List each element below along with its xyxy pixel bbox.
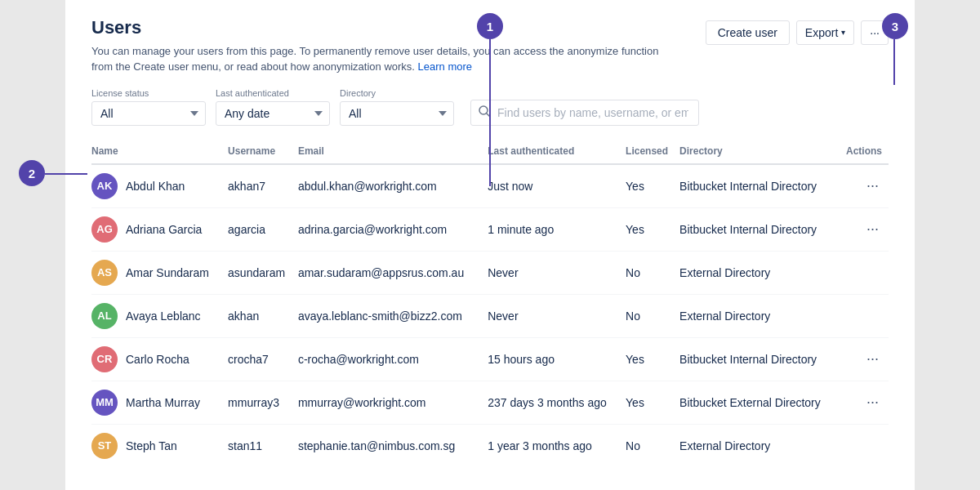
directory-label: Directory [340, 88, 454, 98]
cell-directory-5: Bitbucket External Directory [679, 381, 842, 424]
row-more-button-4[interactable]: ··· [863, 349, 882, 369]
cell-username-5: mmurray3 [228, 381, 298, 424]
more-icon: ··· [870, 26, 880, 39]
table-row: AL Avaya Leblanc akhan avaya.leblanc-smi… [91, 294, 889, 337]
user-name-1: Adriana Garcia [126, 223, 202, 236]
cell-licensed-0: Yes [626, 164, 679, 208]
col-directory: Directory [679, 139, 842, 164]
cell-actions-6 [842, 424, 889, 467]
annotation-2-line [45, 173, 87, 175]
cell-directory-4: Bitbucket Internal Directory [679, 337, 842, 381]
col-name: Name [91, 139, 228, 164]
last-authenticated-filter: Last authenticated Any date Last 7 days … [216, 88, 330, 126]
cell-directory-3: External Directory [679, 294, 842, 337]
table-row: AS Amar Sundaram asundaram amar.sudaram@… [91, 251, 889, 294]
cell-last-auth-3: Never [488, 294, 626, 337]
cell-email-6: stephanie.tan@nimbus.com.sg [298, 424, 488, 467]
table-row: CR Carlo Rocha crocha7 c-rocha@workright… [91, 337, 889, 381]
row-more-button-5[interactable]: ··· [863, 392, 882, 412]
cell-last-auth-1: 1 minute ago [488, 207, 626, 251]
cell-name-5: MM Martha Murray [91, 381, 228, 424]
avatar-2: AS [91, 260, 118, 286]
header-actions: Create user Export ▾ ··· [706, 20, 889, 45]
title-description: Users You can manage your users from thi… [91, 17, 663, 75]
page-title: Users [91, 17, 663, 38]
cell-username-0: akhan7 [228, 164, 298, 208]
cell-name-1: AG Adriana Garcia [91, 207, 228, 251]
cell-actions-0: ··· [842, 164, 889, 208]
cell-actions-3 [842, 294, 889, 337]
directory-select[interactable]: All Bitbucket Internal Directory Bitbuck… [340, 101, 454, 126]
license-status-label: License status [91, 88, 206, 98]
user-name-6: Steph Tan [126, 439, 177, 452]
learn-more-link[interactable]: Learn more [418, 60, 472, 73]
export-button[interactable]: Export ▾ [796, 20, 854, 45]
row-more-button-1[interactable]: ··· [863, 219, 882, 239]
cell-last-auth-6: 1 year 3 months ago [488, 424, 626, 467]
cell-email-2: amar.sudaram@appsrus.com.au [298, 251, 488, 294]
avatar-4: CR [91, 346, 118, 372]
cell-licensed-5: Yes [626, 381, 679, 424]
annotation-3: 3 [882, 13, 908, 39]
avatar-5: MM [91, 390, 118, 416]
cell-last-auth-5: 237 days 3 months ago [488, 381, 626, 424]
annotation-3-line [893, 39, 895, 85]
license-status-select[interactable]: All Licensed Unlicensed [91, 101, 206, 126]
license-status-filter: License status All Licensed Unlicensed [91, 88, 206, 126]
cell-username-2: asundaram [228, 251, 298, 294]
page-description: You can manage your users from this page… [91, 43, 663, 75]
cell-email-4: c-rocha@workright.com [298, 337, 488, 381]
cell-last-auth-2: Never [488, 251, 626, 294]
cell-email-5: mmurray@workright.com [298, 381, 488, 424]
cell-licensed-6: No [626, 424, 679, 467]
cell-email-3: avaya.leblanc-smith@bizz2.com [298, 294, 488, 337]
cell-name-2: AS Amar Sundaram [91, 251, 228, 294]
cell-username-6: stan11 [228, 424, 298, 467]
last-authenticated-label: Last authenticated [216, 88, 330, 98]
cell-actions-1: ··· [842, 207, 889, 251]
cell-username-1: agarcia [228, 207, 298, 251]
cell-username-3: akhan [228, 294, 298, 337]
cell-licensed-2: No [626, 251, 679, 294]
avatar-1: AG [91, 216, 118, 243]
cell-name-4: CR Carlo Rocha [91, 337, 228, 381]
annotation-2: 2 [19, 160, 45, 186]
chevron-down-icon: ▾ [841, 28, 845, 37]
users-table: Name Username Email Last authenticated L… [91, 139, 889, 467]
table-row: ST Steph Tan stan11 stephanie.tan@nimbus… [91, 424, 889, 467]
cell-username-4: crocha7 [228, 337, 298, 381]
cell-last-auth-0: Just now [488, 164, 626, 208]
search-input[interactable] [470, 100, 699, 126]
cell-name-3: AL Avaya Leblanc [91, 294, 228, 337]
cell-directory-2: External Directory [679, 251, 842, 294]
cell-directory-1: Bitbucket Internal Directory [679, 207, 842, 251]
annotation-1: 1 [477, 13, 503, 39]
cell-licensed-3: No [626, 294, 679, 337]
table-row: MM Martha Murray mmurray3 mmurray@workri… [91, 381, 889, 424]
col-email: Email [298, 139, 488, 164]
user-name-2: Amar Sundaram [126, 266, 209, 279]
page-wrapper: 1 3 2 Users You can manage your users fr… [0, 0, 980, 490]
avatar-6: ST [91, 433, 118, 459]
last-authenticated-select[interactable]: Any date Last 7 days Last 30 days Last 9… [216, 101, 330, 126]
col-username: Username [228, 139, 298, 164]
create-user-button[interactable]: Create user [706, 20, 790, 45]
export-label: Export [805, 26, 838, 39]
avatar-3: AL [91, 303, 118, 329]
col-licensed: Licensed [626, 139, 679, 164]
cell-email-1: adrina.garcia@workright.com [298, 207, 488, 251]
cell-actions-4: ··· [842, 337, 889, 381]
cell-actions-5: ··· [842, 381, 889, 424]
cell-email-0: abdul.khan@workright.com [298, 164, 488, 208]
row-more-button-0[interactable]: ··· [863, 176, 882, 196]
cell-directory-0: Bitbucket Internal Directory [679, 164, 842, 208]
cell-name-6: ST Steph Tan [91, 424, 228, 467]
cell-licensed-4: Yes [626, 337, 679, 381]
directory-filter: Directory All Bitbucket Internal Directo… [340, 88, 454, 126]
table-body: AK Abdul Khan akhan7 abdul.khan@workrigh… [91, 164, 889, 467]
user-name-3: Avaya Leblanc [126, 310, 201, 323]
cell-last-auth-4: 15 hours ago [488, 337, 626, 381]
avatar-0: AK [91, 173, 118, 199]
col-actions: Actions [842, 139, 889, 164]
cell-name-0: AK Abdul Khan [91, 164, 228, 208]
